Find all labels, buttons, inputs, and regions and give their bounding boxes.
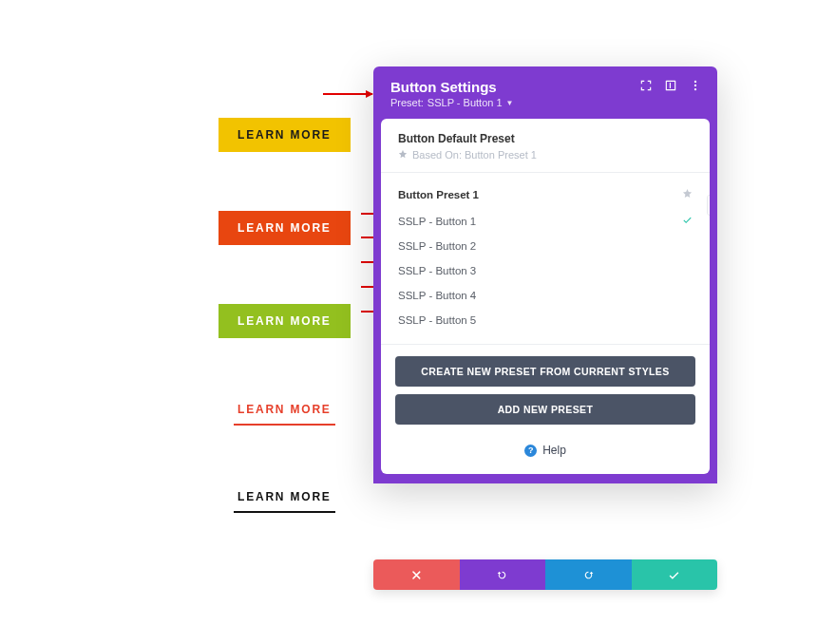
help-link[interactable]: ? Help bbox=[381, 432, 710, 474]
example-button-2[interactable]: LEARN MORE bbox=[218, 211, 351, 245]
preset-selector[interactable]: Preset: SSLP - Button 1 ▼ bbox=[390, 97, 513, 108]
star-icon[interactable] bbox=[682, 188, 693, 200]
preset-item-label: SSLP - Button 2 bbox=[398, 240, 476, 252]
example-button-5[interactable]: LEARN MORE bbox=[234, 484, 335, 513]
check-icon bbox=[682, 215, 693, 227]
background-peek: r bbox=[707, 195, 710, 216]
preset-item[interactable]: SSLP - Button 2 bbox=[398, 234, 693, 258]
default-preset-section[interactable]: Button Default Preset Based On: Button P… bbox=[381, 119, 710, 173]
close-icon bbox=[410, 569, 423, 581]
button-settings-modal: Button Settings Preset: SSLP - Button 1 … bbox=[373, 66, 717, 483]
preset-item[interactable]: SSLP - Button 3 bbox=[398, 258, 693, 283]
create-preset-button[interactable]: CREATE NEW PRESET FROM CURRENT STYLES bbox=[395, 356, 695, 387]
preset-item-label: SSLP - Button 4 bbox=[398, 290, 476, 301]
preset-dropdown-panel: r ⋮ Button Default Preset Based On: Butt… bbox=[381, 119, 710, 474]
preset-item-label: SSLP - Button 5 bbox=[398, 314, 476, 326]
redo-button[interactable] bbox=[545, 559, 632, 590]
focus-icon[interactable] bbox=[639, 79, 653, 92]
add-preset-button[interactable]: ADD NEW PRESET bbox=[395, 394, 695, 425]
modal-footer-actions bbox=[373, 559, 717, 590]
preset-item[interactable]: SSLP - Button 1 bbox=[398, 208, 693, 234]
preset-item-label: SSLP - Button 3 bbox=[398, 265, 476, 276]
default-preset-title: Button Default Preset bbox=[398, 132, 693, 145]
preset-item-label: SSLP - Button 1 bbox=[398, 216, 476, 227]
help-label: Help bbox=[542, 444, 566, 457]
modal-title: Button Settings bbox=[390, 79, 513, 95]
help-icon: ? bbox=[524, 445, 537, 457]
example-button-3[interactable]: LEARN MORE bbox=[218, 304, 351, 338]
preset-list-header-row[interactable]: Button Preset 1 bbox=[398, 186, 693, 208]
star-icon bbox=[398, 149, 408, 161]
close-button[interactable] bbox=[373, 559, 460, 590]
preset-list-section: Button Preset 1 SSLP - Button 1 SSLP - B… bbox=[381, 173, 710, 345]
background-peek-dots: ⋮ bbox=[707, 267, 710, 284]
preset-label-prefix: Preset: bbox=[390, 97, 424, 108]
more-icon[interactable] bbox=[689, 79, 702, 92]
undo-button[interactable] bbox=[460, 559, 546, 590]
svg-point-2 bbox=[694, 88, 696, 90]
preset-current-value: SSLP - Button 1 bbox=[428, 97, 503, 108]
default-preset-based-on: Based On: Button Preset 1 bbox=[412, 149, 537, 161]
modal-header: Button Settings Preset: SSLP - Button 1 … bbox=[373, 66, 717, 119]
chevron-down-icon: ▼ bbox=[506, 99, 514, 107]
preset-item[interactable]: SSLP - Button 4 bbox=[398, 283, 693, 308]
example-button-4[interactable]: LEARN MORE bbox=[234, 397, 335, 426]
preset-actions: CREATE NEW PRESET FROM CURRENT STYLES AD… bbox=[381, 345, 710, 432]
preset-list-header-label: Button Preset 1 bbox=[398, 189, 479, 200]
svg-point-1 bbox=[694, 85, 696, 86]
responsive-icon[interactable] bbox=[664, 79, 677, 92]
undo-icon bbox=[496, 569, 508, 581]
save-button[interactable] bbox=[632, 559, 718, 590]
check-icon bbox=[668, 569, 680, 581]
svg-point-0 bbox=[694, 81, 696, 83]
preset-item[interactable]: SSLP - Button 5 bbox=[398, 308, 693, 332]
example-button-1[interactable]: LEARN MORE bbox=[218, 118, 351, 152]
redo-icon bbox=[582, 569, 595, 581]
example-buttons-column: LEARN MORE LEARN MORE LEARN MORE LEARN M… bbox=[218, 118, 351, 513]
annotation-arrow-header bbox=[323, 93, 372, 95]
